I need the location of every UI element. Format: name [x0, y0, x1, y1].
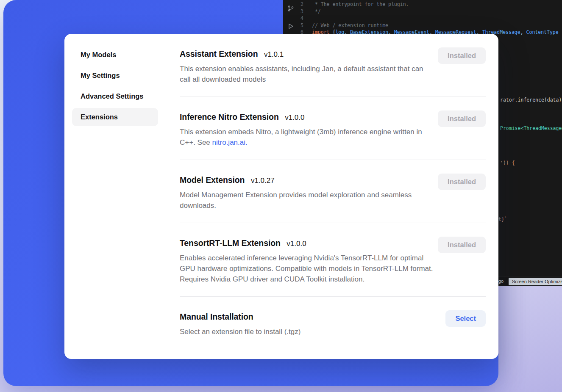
code-lines: 2 * The entrypoint for the plugin. 3 */ …	[283, 1, 562, 36]
extensions-list: Assistant Extension v1.0.1 This extensio…	[166, 34, 498, 359]
code-fragment: rator.inference(data));	[500, 97, 562, 103]
code-line: 3 */	[283, 8, 562, 15]
manual-installation-description: Select an extension file to install (.tg…	[180, 326, 300, 337]
nitro-jan-ai-link[interactable]: nitro.jan.ai.	[212, 138, 248, 146]
sidebar-item-advanced-settings[interactable]: Advanced Settings	[72, 87, 158, 105]
extension-title: Inference Nitro Extension	[180, 112, 279, 121]
sidebar-item-my-models[interactable]: My Models	[72, 46, 158, 64]
divider	[180, 97, 486, 97]
code-fragment: Promise<ThreadMessage>	[500, 125, 562, 131]
line-number: 5	[283, 22, 312, 29]
extension-title: TensortRT-LLM Extension	[180, 238, 281, 248]
line-number: 2	[283, 1, 312, 8]
divider	[180, 223, 486, 223]
extension-version: v1.0.27	[251, 177, 275, 185]
status-bar-text: go	[498, 279, 504, 284]
extension-section-nitro: Inference Nitro Extension v1.0.0 This ex…	[180, 111, 486, 148]
extension-title: Model Extension	[180, 175, 245, 185]
manual-installation-section: Manual Installation Select an extension …	[180, 311, 486, 337]
sidebar-item-my-settings[interactable]: My Settings	[72, 66, 158, 85]
code-line: 4	[283, 15, 562, 22]
extension-version: v1.0.1	[264, 50, 284, 58]
installed-button[interactable]: Installed	[438, 237, 486, 253]
code-text: ,	[520, 29, 526, 36]
settings-sidebar: My Models My Settings Advanced Settings …	[64, 34, 166, 359]
line-number: 4	[283, 15, 312, 22]
code-fragment: t}`	[498, 216, 507, 222]
line-number: 3	[283, 8, 312, 15]
extension-description: This extension enables assistants, inclu…	[180, 63, 434, 85]
divider	[180, 160, 486, 160]
code-line: 2 * The entrypoint for the plugin.	[283, 1, 562, 8]
code-import-symbol: ContentType	[526, 29, 559, 36]
manual-installation-title: Manual Installation	[180, 312, 253, 321]
code-text: */	[312, 8, 321, 15]
extension-section-model: Model Extension v1.0.27 Model Management…	[180, 174, 486, 211]
code-text: * The entrypoint for the plugin.	[312, 1, 409, 8]
installed-button[interactable]: Installed	[438, 174, 486, 190]
select-file-button[interactable]: Select	[445, 310, 486, 327]
extension-section-assistant: Assistant Extension v1.0.1 This extensio…	[180, 48, 486, 85]
extension-section-tensorrt: TensortRT-LLM Extension v1.0.0 Enables a…	[180, 237, 486, 284]
divider	[180, 296, 486, 297]
settings-modal: My Models My Settings Advanced Settings …	[64, 34, 498, 359]
installed-button[interactable]: Installed	[438, 110, 486, 127]
extension-version: v1.0.0	[285, 113, 304, 121]
extension-title: Assistant Extension	[180, 49, 258, 58]
sidebar-item-extensions[interactable]: Extensions	[72, 108, 158, 126]
extension-description: This extension embeds Nitro, a lightweig…	[180, 127, 434, 148]
extension-description: Model Management Extension provides mode…	[180, 190, 434, 211]
extension-description: Enables accelerated inference leveraging…	[180, 253, 434, 284]
code-fragment: ')) {	[500, 160, 515, 166]
code-text: // Web / extension runtime	[312, 22, 388, 29]
installed-button[interactable]: Installed	[438, 47, 486, 64]
code-line: 5 // Web / extension runtime	[283, 22, 562, 29]
screen-reader-chip: Screen Reader Optimize	[509, 278, 562, 285]
extension-version: v1.0.0	[287, 240, 306, 248]
